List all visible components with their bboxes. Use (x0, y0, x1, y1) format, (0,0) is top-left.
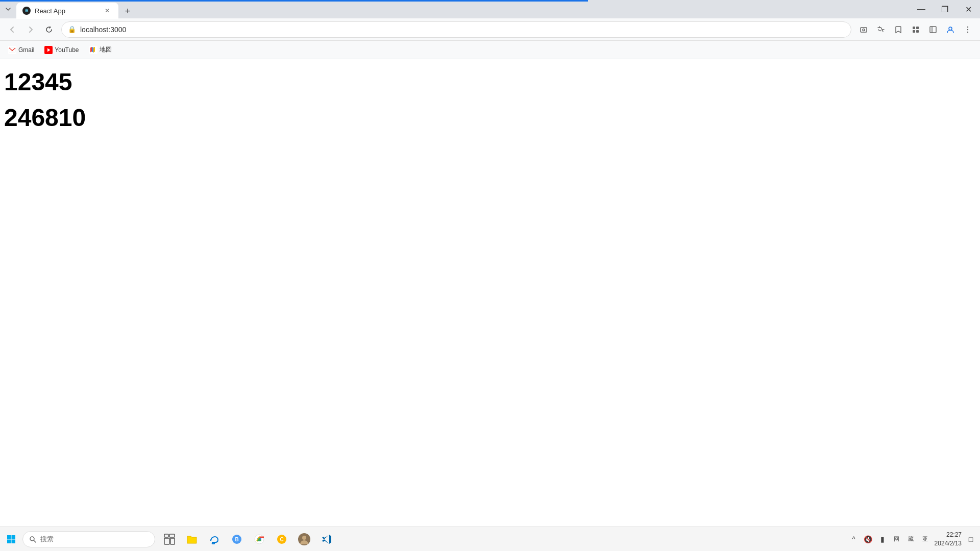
clock[interactable]: 22:27 2024/2/13 (935, 531, 962, 548)
chrome-icon (254, 534, 265, 545)
forward-button[interactable] (22, 21, 39, 38)
app-2-button[interactable]: C (272, 529, 292, 549)
window-controls: — ❐ ✕ (910, 0, 980, 18)
svg-rect-2 (913, 27, 915, 29)
new-tab-button[interactable]: + (120, 4, 135, 18)
date-display: 2024/2/13 (935, 539, 962, 548)
svg-rect-18 (7, 539, 11, 543)
system-tray: ^ 🔇 ▮ 网 藏 亚 22:27 2024/2/13 □ (849, 531, 980, 548)
app-1-button[interactable]: B (227, 529, 247, 549)
svg-text:C: C (280, 537, 283, 542)
profile-button[interactable] (942, 21, 959, 38)
title-bar: ⚛ React App ✕ + — ❐ ✕ (0, 0, 980, 18)
ime-2-icon[interactable]: 亚 (920, 534, 930, 544)
content-line-1: 12345 (4, 67, 976, 97)
edge-icon (209, 534, 220, 545)
translate-button[interactable] (873, 21, 889, 38)
file-explorer-icon (186, 534, 198, 545)
svg-rect-0 (861, 28, 867, 32)
active-tab[interactable]: ⚛ React App ✕ (16, 3, 118, 19)
svg-point-32 (302, 536, 306, 540)
svg-rect-6 (930, 27, 936, 33)
chevron-up-button[interactable]: ^ (849, 534, 859, 544)
svg-point-10 (967, 29, 968, 30)
bookmark-youtube[interactable]: YouTube (40, 44, 83, 56)
browser-window: ⚛ React App ✕ + — ❐ ✕ 🔒 (0, 0, 980, 551)
tab-progress-bar (0, 0, 588, 2)
vscode-icon (321, 534, 332, 545)
svg-rect-19 (12, 539, 16, 543)
close-button[interactable]: ✕ (957, 0, 980, 18)
sidebar-button[interactable] (925, 21, 941, 38)
avatar (298, 533, 310, 545)
ime-1-icon[interactable]: 藏 (906, 534, 916, 544)
chrome-button[interactable] (249, 529, 270, 549)
svg-rect-4 (913, 30, 915, 33)
svg-rect-25 (170, 538, 175, 544)
task-view-icon (164, 534, 175, 545)
nav-right-icons (855, 21, 976, 38)
tab-title: React App (35, 7, 98, 15)
bookmarks-bar: Gmail YouTube 地図 (0, 41, 980, 59)
youtube-icon (44, 46, 53, 54)
bookmark-gmail-label: Gmail (18, 46, 34, 54)
content-line-2: 246810 (4, 103, 976, 133)
taskbar-search[interactable] (22, 531, 155, 547)
user-avatar-button[interactable] (294, 529, 314, 549)
navigation-bar: 🔒 (0, 18, 980, 41)
svg-rect-23 (169, 534, 175, 537)
refresh-button[interactable] (41, 21, 57, 38)
app-1-icon: B (231, 534, 242, 545)
taskbar: B C (0, 527, 980, 551)
tab-close-button[interactable]: ✕ (102, 6, 112, 16)
notification-button[interactable]: □ (966, 534, 976, 544)
svg-point-9 (967, 26, 968, 27)
edge-button[interactable] (204, 529, 225, 549)
maximize-button[interactable]: ❐ (933, 0, 957, 18)
windows-icon (7, 535, 16, 544)
svg-rect-22 (164, 534, 168, 537)
svg-point-20 (30, 537, 34, 541)
svg-point-11 (967, 31, 968, 32)
bookmark-gmail[interactable]: Gmail (4, 44, 38, 56)
svg-point-1 (863, 29, 865, 31)
maps-icon (89, 46, 97, 54)
task-view-button[interactable] (159, 529, 180, 549)
network-icon[interactable]: 网 (892, 534, 902, 544)
svg-text:B: B (235, 537, 238, 542)
menu-button[interactable] (960, 21, 976, 38)
page-content: 12345 246810 (0, 59, 980, 527)
search-icon (29, 536, 36, 543)
start-button[interactable] (0, 527, 22, 552)
svg-rect-3 (916, 27, 919, 29)
tab-favicon: ⚛ (22, 7, 31, 15)
svg-line-21 (34, 540, 36, 542)
battery-icon[interactable]: ▮ (877, 534, 888, 544)
bookmark-maps[interactable]: 地図 (85, 43, 116, 56)
bookmark-button[interactable] (890, 21, 906, 38)
url-input[interactable] (80, 26, 845, 34)
taskbar-app-icons: B C (159, 529, 337, 549)
sound-icon[interactable]: 🔇 (863, 534, 873, 544)
svg-rect-24 (164, 538, 169, 544)
svg-rect-5 (916, 30, 919, 33)
file-explorer-button[interactable] (182, 529, 202, 549)
vscode-button[interactable] (316, 529, 337, 549)
screen-capture-button[interactable] (855, 21, 872, 38)
bookmark-maps-label: 地図 (100, 45, 112, 54)
extensions-button[interactable] (908, 21, 924, 38)
svg-rect-16 (7, 535, 11, 539)
time-display: 22:27 (935, 531, 962, 539)
address-bar[interactable]: 🔒 (61, 21, 851, 38)
back-button[interactable] (4, 21, 20, 38)
taskbar-search-input[interactable] (40, 535, 142, 543)
lock-icon: 🔒 (68, 26, 76, 33)
minimize-button[interactable]: — (910, 0, 933, 18)
bookmark-youtube-label: YouTube (55, 46, 79, 54)
gmail-icon (8, 46, 16, 54)
tab-bar: ⚛ React App ✕ + (0, 0, 910, 18)
tab-dropdown-button[interactable] (0, 0, 16, 18)
app-2-icon: C (276, 534, 287, 545)
svg-rect-17 (12, 535, 16, 539)
svg-point-8 (949, 27, 952, 30)
